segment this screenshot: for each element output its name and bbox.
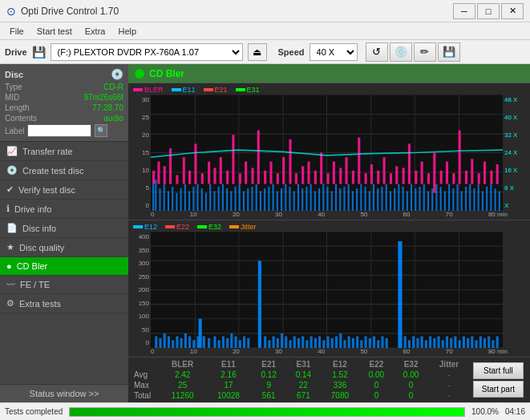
- type-value: CD-R: [103, 83, 123, 91]
- bottom-chart-x-axis: 01020304050607080 min: [130, 348, 528, 355]
- svg-rect-205: [310, 337, 313, 349]
- label-input[interactable]: [27, 124, 91, 137]
- toolbar-buttons: ↺ 💿 ✏ 💾: [366, 42, 460, 62]
- length-label: Length: [5, 103, 30, 112]
- svg-rect-98: [152, 171, 155, 184]
- col-e21: E21: [252, 359, 286, 370]
- svg-rect-188: [230, 333, 233, 348]
- svg-rect-91: [473, 188, 475, 211]
- svg-rect-40: [260, 191, 261, 211]
- svg-rect-33: [230, 191, 232, 211]
- disc-section: Disc 💿 Type CD-R MID 97m26s66f Length 77…: [0, 64, 128, 142]
- svg-rect-238: [459, 340, 461, 348]
- col-jitter: Jitter: [428, 359, 470, 370]
- svg-rect-62: [352, 191, 354, 211]
- svg-rect-132: [365, 173, 367, 184]
- progress-bar-bg: [69, 407, 465, 417]
- sidebar-item-cd-bler[interactable]: ● CD Bler: [0, 257, 128, 276]
- maximize-button[interactable]: □: [477, 3, 500, 19]
- close-button[interactable]: ✕: [501, 3, 524, 19]
- svg-rect-193: [258, 260, 261, 348]
- drive-select[interactable]: (F:) PLEXTOR DVDR PX-760A 1.07: [51, 43, 243, 61]
- svg-rect-105: [194, 143, 196, 184]
- content-area: CD Bler BLER E11 E21 E31: [128, 64, 530, 402]
- svg-rect-219: [369, 338, 371, 348]
- menu-extra[interactable]: Extra: [79, 25, 112, 38]
- svg-rect-68: [377, 188, 378, 211]
- speed-select[interactable]: 40 X: [310, 43, 358, 61]
- e32-legend: E32: [197, 223, 221, 231]
- svg-rect-58: [335, 184, 337, 211]
- sidebar-item-drive-info[interactable]: ℹ Drive info: [0, 200, 128, 219]
- sidebar-item-disc-info[interactable]: 📄 Disc info: [0, 219, 128, 238]
- action-buttons: Start full Start part: [470, 359, 527, 401]
- label-label: Label: [5, 127, 24, 135]
- statusbar: Tests completed 100.0% 04:16: [0, 402, 530, 420]
- menu-help[interactable]: Help: [111, 25, 143, 38]
- svg-rect-85: [448, 184, 450, 211]
- svg-rect-31: [222, 184, 224, 211]
- disc-button[interactable]: 💿: [390, 42, 412, 62]
- svg-rect-122: [301, 166, 304, 184]
- svg-rect-83: [440, 187, 442, 211]
- refresh-button[interactable]: ↺: [366, 42, 388, 62]
- svg-rect-232: [433, 338, 435, 348]
- svg-rect-229: [421, 337, 423, 349]
- svg-rect-245: [488, 337, 490, 349]
- start-full-button[interactable]: Start full: [473, 362, 524, 379]
- sidebar-item-extra-tests[interactable]: ⚙ Extra tests: [0, 294, 128, 313]
- sidebar-item-disc-quality[interactable]: ★ Disc quality: [0, 238, 128, 257]
- svg-rect-20: [176, 193, 177, 211]
- stats-row-total: Total 11260 10028 561 671 7080 0 0 -: [131, 390, 470, 401]
- sidebar-item-fe-te[interactable]: 〰 FE / TE: [0, 276, 128, 294]
- disc-info-label: Disc info: [22, 224, 56, 233]
- contents-label: Contents: [5, 114, 37, 123]
- sidebar-item-create-test-disc[interactable]: 💿 Create test disc: [0, 161, 128, 180]
- label-icon-btn[interactable]: 🔍: [95, 124, 107, 137]
- svg-rect-198: [281, 333, 283, 348]
- svg-rect-129: [345, 157, 347, 184]
- svg-rect-118: [277, 173, 279, 184]
- menu-file[interactable]: File: [3, 25, 30, 38]
- svg-rect-66: [369, 191, 370, 211]
- svg-rect-244: [483, 338, 486, 348]
- svg-rect-82: [435, 184, 437, 211]
- svg-rect-97: [499, 191, 500, 211]
- top-chart-x-axis: 01020304050607080 min: [130, 211, 528, 218]
- svg-rect-46: [285, 184, 286, 211]
- col-e12: E12: [321, 359, 359, 370]
- status-text: Tests completed: [5, 407, 63, 416]
- svg-rect-206: [314, 338, 317, 348]
- col-e22: E22: [359, 359, 394, 370]
- svg-rect-194: [264, 337, 266, 349]
- extra-tests-label: Extra tests: [19, 299, 61, 309]
- svg-rect-235: [446, 337, 448, 349]
- nav-list: 📈 Transfer rate 💿 Create test disc ✔ Ver…: [0, 142, 128, 384]
- minimize-button[interactable]: ─: [453, 3, 475, 19]
- svg-rect-202: [297, 338, 300, 348]
- app-title: Opti Drive Control 1.70: [21, 6, 119, 17]
- svg-rect-181: [199, 319, 202, 348]
- menu-start-test[interactable]: Start test: [30, 25, 79, 38]
- top-chart-svg: [151, 95, 503, 211]
- svg-rect-22: [184, 184, 186, 211]
- svg-rect-175: [176, 337, 178, 349]
- start-part-button[interactable]: Start part: [473, 381, 524, 398]
- eject-button[interactable]: ⏏: [248, 43, 267, 61]
- e12-legend: E12: [133, 223, 157, 231]
- save-button[interactable]: 💾: [438, 42, 460, 62]
- svg-rect-215: [352, 338, 354, 348]
- sidebar-item-transfer-rate[interactable]: 📈 Transfer rate: [0, 142, 128, 161]
- svg-rect-231: [429, 337, 431, 349]
- write-button[interactable]: ✏: [414, 42, 436, 62]
- sidebar-item-verify-test-disc[interactable]: ✔ Verify test disc: [0, 180, 128, 200]
- svg-rect-109: [220, 157, 222, 184]
- svg-rect-119: [282, 157, 285, 184]
- top-chart-legend: BLER E11 E21 E31: [130, 85, 528, 95]
- progress-bar-fill: [70, 408, 464, 416]
- status-window-button[interactable]: Status window >>: [0, 384, 128, 402]
- col-e11: E11: [205, 359, 251, 370]
- svg-rect-38: [251, 187, 253, 211]
- svg-rect-59: [339, 188, 341, 211]
- bottom-chart-svg: [151, 232, 503, 348]
